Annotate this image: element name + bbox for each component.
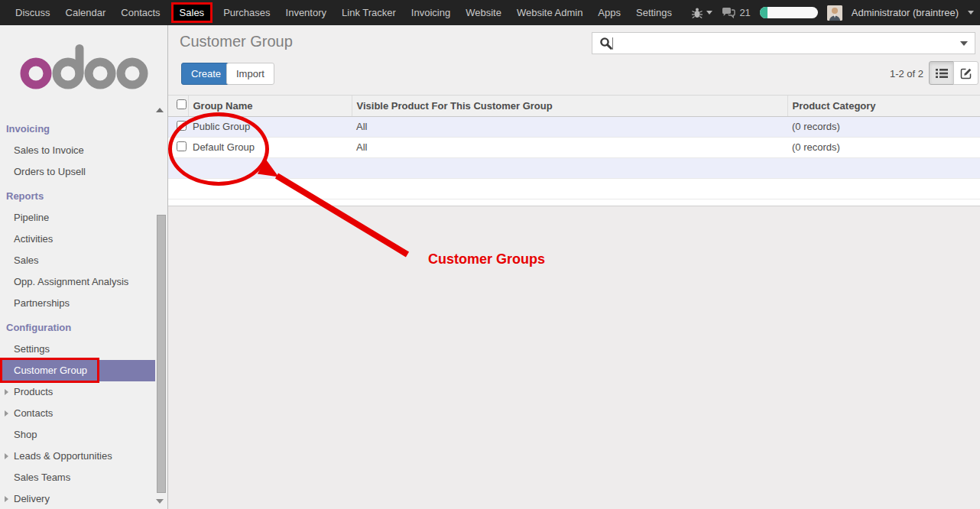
sidebar-item-sales-to-invoice[interactable]: Sales to Invoice	[0, 140, 167, 161]
triangle-right-icon	[5, 389, 8, 395]
table-row[interactable]: Public Group All (0 records)	[168, 116, 980, 137]
sheet-bottom-divider	[168, 199, 980, 206]
sidebar-item-label: Leads & Opportunities	[14, 450, 112, 462]
create-button[interactable]: Create	[181, 63, 231, 85]
topbar-item-apps[interactable]: Apps	[590, 7, 628, 18]
sidebar-header-configuration: Configuration	[0, 317, 167, 339]
sidebar-header-reports: Reports	[0, 186, 167, 207]
topbar-item-calendar[interactable]: Calendar	[58, 7, 114, 18]
sidebar-item-settings[interactable]: Settings	[0, 339, 167, 360]
view-switcher	[929, 61, 978, 85]
topbar-item-website-admin[interactable]: Website Admin	[509, 7, 590, 18]
progress-fill	[760, 7, 767, 18]
debug-icon[interactable]	[691, 7, 712, 19]
sidebar-item-activities[interactable]: Activities	[0, 229, 167, 250]
sidebar-item-customer-group[interactable]: Customer Group	[0, 360, 155, 381]
column-header-group-name[interactable]: Group Name	[188, 96, 352, 116]
table-header-row: Group Name Visible Product For This Cust…	[168, 96, 980, 116]
cell-group-name[interactable]: Public Group	[188, 116, 352, 137]
sidebar-item-delivery[interactable]: Delivery	[0, 488, 167, 509]
sidebar-item-label: Delivery	[14, 493, 50, 504]
annotation-box-sales: Sales	[171, 2, 213, 23]
cell-product-category[interactable]: (0 records)	[787, 116, 980, 137]
sidebar-item-orders-to-upsell[interactable]: Orders to Upsell	[0, 161, 167, 183]
sidebar-nav: Invoicing Sales to Invoice Orders to Ups…	[0, 118, 167, 509]
page-title: Customer Group	[180, 33, 293, 50]
sidebar-item-sales[interactable]: Sales	[0, 250, 167, 271]
top-navbar: Discuss Calendar Contacts Sales Purchase…	[0, 0, 980, 25]
select-all-cell	[168, 96, 188, 116]
sidebar-item-label: Contacts	[14, 407, 53, 419]
row-checkbox[interactable]	[177, 141, 187, 151]
pencil-square-icon	[960, 67, 972, 79]
caret-down-icon	[706, 11, 712, 15]
text-cursor	[612, 37, 613, 50]
sidebar-item-opp-assignment-analysis[interactable]: Opp. Assignment Analysis	[0, 271, 167, 293]
sidebar-item-products[interactable]: Products	[0, 381, 167, 403]
row-checkbox[interactable]	[177, 121, 187, 131]
topbar-item-contacts[interactable]: Contacts	[113, 7, 167, 18]
sidebar-header-invoicing: Invoicing	[0, 118, 167, 140]
caret-down-icon	[968, 11, 974, 15]
empty-row	[168, 157, 980, 178]
list-icon	[936, 68, 948, 79]
select-all-checkbox[interactable]	[177, 99, 187, 109]
main-content: Customer Group Create Import 1-2 of 2	[168, 25, 980, 509]
cell-visible-product[interactable]: All	[352, 116, 787, 137]
topbar-item-purchases[interactable]: Purchases	[216, 7, 277, 18]
pager-range[interactable]: 1-2 of 2	[890, 68, 923, 79]
progress-pill	[760, 7, 818, 18]
table-row[interactable]: Default Group All (0 records)	[168, 137, 980, 157]
sidebar-item-shop[interactable]: Shop	[0, 424, 167, 446]
triangle-down-icon[interactable]	[156, 499, 164, 504]
sidebar-item-contacts[interactable]: Contacts	[0, 403, 167, 424]
cell-visible-product[interactable]: All	[352, 137, 787, 157]
topbar-item-settings[interactable]: Settings	[628, 7, 680, 18]
sidebar: Invoicing Sales to Invoice Orders to Ups…	[0, 25, 168, 509]
topbar-item-sales[interactable]: Sales	[168, 2, 216, 23]
caret-down-icon[interactable]	[960, 41, 968, 46]
empty-row	[168, 178, 980, 199]
topbar-item-discuss[interactable]: Discuss	[8, 7, 58, 18]
user-avatar[interactable]	[827, 5, 842, 21]
form-view-button[interactable]	[953, 61, 978, 85]
topbar-item-invoicing[interactable]: Invoicing	[404, 7, 458, 18]
triangle-up-icon[interactable]	[156, 108, 164, 112]
triangle-right-icon	[5, 410, 8, 417]
cell-product-category[interactable]: (0 records)	[787, 137, 980, 157]
topbar-item-inventory[interactable]: Inventory	[278, 7, 334, 18]
list-view-button[interactable]	[929, 61, 954, 85]
sidebar-scrollbar-thumb[interactable]	[157, 215, 166, 493]
import-button[interactable]: Import	[226, 63, 274, 85]
sidebar-item-leads-opportunities[interactable]: Leads & Opportunities	[0, 446, 167, 467]
user-menu[interactable]: Administrator (braintree)	[852, 7, 959, 18]
search-input[interactable]	[618, 36, 960, 51]
search-box[interactable]	[592, 32, 975, 54]
control-panel: Customer Group Create Import 1-2 of 2	[168, 25, 980, 96]
column-header-visible-product[interactable]: Visible Product For This Customer Group	[352, 96, 787, 116]
triangle-right-icon	[5, 453, 8, 459]
topbar-item-link-tracker[interactable]: Link Tracker	[334, 7, 404, 18]
message-count: 21	[739, 7, 750, 18]
column-header-product-category[interactable]: Product Category	[787, 96, 980, 116]
chat-bubbles-icon	[722, 7, 735, 18]
odoo-logo	[20, 43, 150, 89]
sidebar-item-label: Customer Group	[14, 365, 87, 376]
triangle-right-icon	[5, 496, 8, 502]
customer-group-table: Group Name Visible Product For This Cust…	[168, 96, 980, 199]
messages-indicator[interactable]: 21	[722, 7, 750, 18]
sidebar-item-sales-teams[interactable]: Sales Teams	[0, 467, 167, 488]
topbar-item-website[interactable]: Website	[458, 7, 509, 18]
app-window: Discuss Calendar Contacts Sales Purchase…	[0, 0, 980, 509]
cell-group-name[interactable]: Default Group	[188, 137, 352, 157]
sidebar-item-label: Products	[14, 386, 53, 397]
magnifier-icon	[599, 37, 612, 50]
sidebar-item-pipeline[interactable]: Pipeline	[0, 207, 167, 229]
sidebar-item-partnerships[interactable]: Partnerships	[0, 293, 167, 314]
